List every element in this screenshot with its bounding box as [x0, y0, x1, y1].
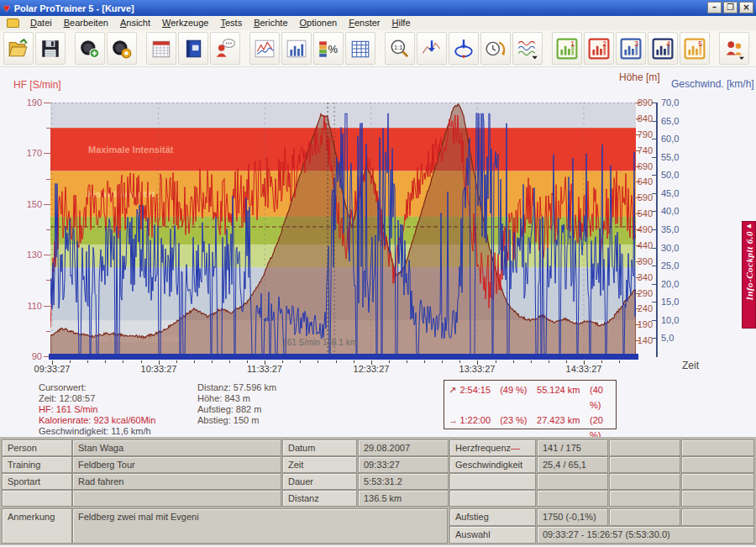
window-title: Polar ProTrainer 5 - [Kurve] — [14, 3, 134, 13]
speed-tick — [652, 284, 656, 285]
watch-add-icon — [79, 38, 101, 60]
menu-item-tests[interactable]: Tests — [214, 17, 248, 29]
preset-4-button[interactable]: 4 — [648, 32, 678, 65]
training-curve-plot[interactable]: Maximale IntensitätHohe IntensitätSehr l… — [50, 103, 636, 356]
selection-duration-pct: (49 %) — [500, 382, 537, 413]
altitude-tick-label: 240 — [625, 303, 653, 313]
open-file-button[interactable] — [3, 32, 34, 65]
save-button[interactable] — [35, 32, 66, 65]
curve-view-button[interactable] — [249, 32, 280, 65]
menu-item-datei[interactable]: Datei — [24, 17, 58, 29]
diary-button[interactable] — [178, 32, 208, 65]
hf-tick-label: 190 — [17, 97, 42, 108]
cursor-info-header: Cursorwert: — [39, 382, 87, 393]
preset-3-button[interactable]: 3 — [616, 32, 646, 65]
speed-tick — [652, 266, 656, 266]
cursor-calorie-rate: Kalorienrate: 923 kcal/60Min — [39, 415, 155, 426]
chart-preset-icon: 1 — [556, 38, 578, 60]
preset-1-button[interactable]: 1 — [552, 32, 582, 65]
lap-info-button[interactable] — [449, 32, 479, 65]
svg-text:5: 5 — [698, 39, 702, 47]
table-grid-icon — [349, 38, 371, 60]
time-tick — [354, 360, 354, 363]
multi-curve-button[interactable] — [512, 32, 543, 65]
person-bubble-icon — [214, 38, 236, 60]
chart-preset-icon: 5 — [684, 38, 706, 60]
menu-item-bearbeiten[interactable]: Bearbeiten — [58, 17, 114, 29]
menu-item-berichte[interactable]: Berichte — [248, 17, 293, 29]
table-row-value — [537, 490, 608, 507]
toolbar-separator — [711, 33, 719, 64]
cockpit-label: Info-Cockpit 6.0 — [744, 231, 754, 301]
hf-tick-label: 150 — [17, 199, 42, 209]
time-tick-label: 13:33:27 — [450, 364, 504, 374]
compare-persons-button[interactable] — [719, 32, 749, 65]
zoom-1-1-button[interactable]: 1:1 — [385, 32, 415, 65]
table-row-label — [449, 473, 536, 490]
time-tick — [442, 360, 443, 363]
hf-tick — [46, 229, 50, 230]
table-empty-cell — [681, 473, 754, 490]
table-row-label: Datum — [282, 439, 357, 456]
speed-tick — [652, 320, 656, 321]
chart-preset-icon: 4 — [652, 38, 674, 60]
time-tick — [496, 360, 496, 363]
speed-tick-label: 35,0 — [661, 224, 690, 234]
selection-distance-pct: (40 %) — [590, 382, 616, 413]
hf-tick — [44, 255, 50, 255]
time-tick-label: 14:33:27 — [557, 364, 611, 374]
time-compare-icon — [485, 38, 507, 60]
speed-tick — [652, 193, 656, 194]
hf-axis-title: HF [S/min] — [13, 79, 61, 91]
menu-item-optionen[interactable]: Optionen — [294, 17, 344, 29]
save-floppy-icon — [39, 38, 61, 60]
selection-summary-box: ↗2:54:15(49 %)55.124 km(40 %)→1:22:00(23… — [444, 380, 617, 429]
altitude-tick-label: 590 — [625, 192, 653, 202]
menu-item-werkzeuge[interactable]: Werkzeuge — [156, 17, 214, 29]
table-row-value: 25,4 / 65,1 — [537, 456, 608, 473]
table-view-button[interactable] — [345, 32, 375, 65]
menu-item-fenster[interactable]: Fenster — [343, 17, 386, 29]
preset-5-button[interactable]: 5 — [680, 32, 710, 65]
curve-info-button[interactable] — [417, 32, 447, 65]
cockpit-collapse-icon[interactable]: ◀ — [743, 222, 755, 230]
time-tick — [389, 360, 390, 363]
info-cockpit-tab[interactable]: ◀ Info-Cockpit 6.0 — [742, 221, 756, 329]
calendar-button[interactable] — [146, 32, 176, 65]
watch-gear-icon — [111, 38, 133, 60]
read-watch-button[interactable] — [75, 32, 105, 65]
table-row-value — [72, 490, 281, 507]
speed-tick-label: 5,0 — [661, 333, 690, 343]
curve-chart-icon — [254, 38, 276, 60]
altitude-tick-label: 640 — [625, 176, 653, 187]
time-tick — [247, 360, 248, 363]
person-notes-button[interactable] — [210, 32, 240, 65]
hf-tick — [44, 306, 50, 307]
speed-tick — [652, 302, 656, 302]
menu-item-hilfe[interactable]: Hilfe — [386, 17, 417, 29]
hf-tick — [44, 204, 50, 205]
cursor-descent: Abstieg: 150 m — [197, 415, 259, 426]
time-tick-label: 12:33:27 — [344, 364, 398, 374]
altitude-tick-label: 490 — [625, 224, 653, 234]
speed-tick-label: 25,0 — [661, 260, 690, 271]
cursor-readout-label: 161 S/min 138.1 km — [282, 338, 357, 347]
application-window: ♥ Polar ProTrainer 5 - [Kurve] – ❐ × Dat… — [0, 0, 756, 547]
bar-view-button[interactable] — [281, 32, 312, 65]
menu-item-ansicht[interactable]: Ansicht — [114, 17, 156, 29]
speed-tick-label: 50,0 — [661, 170, 690, 180]
app-close-button[interactable]: × — [739, 2, 753, 13]
table-row-value: Feldberg Tour — [72, 456, 281, 473]
app-minimize-button[interactable]: – — [707, 2, 722, 13]
altitude-tick-label: 440 — [625, 240, 653, 250]
app-restore-button[interactable]: ❐ — [723, 2, 738, 13]
preset-2-button[interactable]: 2 — [584, 32, 614, 65]
watch-settings-button[interactable] — [107, 32, 137, 65]
zones-view-button[interactable]: % — [313, 32, 344, 65]
table-empty-cell — [609, 508, 680, 526]
hf-tick — [46, 128, 50, 129]
relive-button[interactable] — [480, 32, 511, 65]
speed-tick — [652, 103, 656, 103]
altitude-tick-label: 290 — [625, 288, 653, 298]
time-tick — [282, 360, 283, 363]
